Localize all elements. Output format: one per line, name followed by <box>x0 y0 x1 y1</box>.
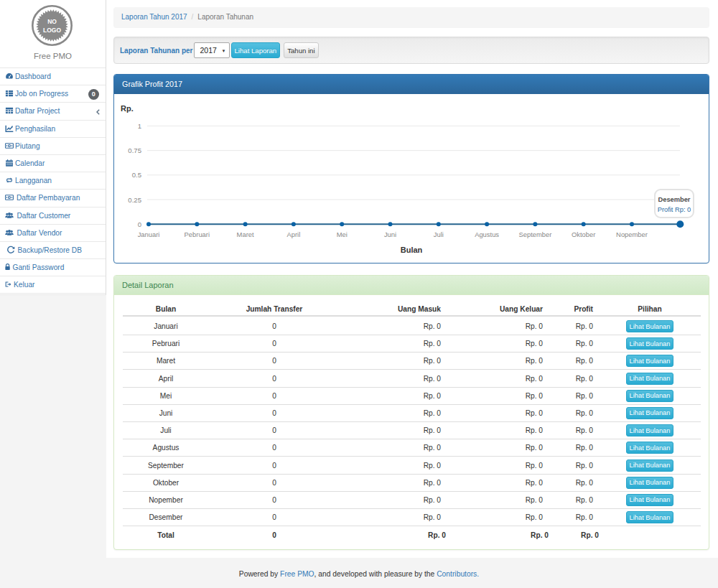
svg-text:Oktober: Oktober <box>572 230 595 238</box>
svg-text:Januari: Januari <box>138 230 160 238</box>
svg-text:Rp.: Rp. <box>121 104 134 113</box>
svg-text:Juni: Juni <box>384 230 396 238</box>
svg-text:0.25: 0.25 <box>128 196 141 204</box>
svg-text:0: 0 <box>138 220 141 228</box>
svg-text:Maret: Maret <box>237 230 254 238</box>
svg-text:April: April <box>287 230 301 238</box>
svg-text:Pebruari: Pebruari <box>185 230 210 238</box>
svg-text:NO: NO <box>47 18 57 25</box>
svg-text:0.5: 0.5 <box>132 171 141 179</box>
svg-text:Bulan: Bulan <box>401 246 423 254</box>
svg-text:Desember: Desember <box>658 196 691 203</box>
svg-text:Juli: Juli <box>434 230 444 238</box>
svg-text:LOGO: LOGO <box>43 27 61 34</box>
svg-text:Profit Rp: 0: Profit Rp: 0 <box>658 206 691 213</box>
svg-text:Nopember: Nopember <box>616 230 648 238</box>
svg-text:September: September <box>518 230 551 238</box>
svg-text:Agustus: Agustus <box>475 230 499 238</box>
svg-text:0.75: 0.75 <box>128 146 141 154</box>
svg-text:1: 1 <box>138 122 141 130</box>
svg-text:Mei: Mei <box>337 230 348 238</box>
